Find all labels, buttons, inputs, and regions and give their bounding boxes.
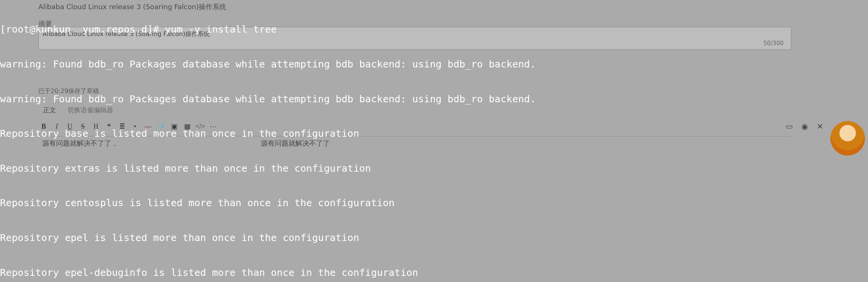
content-text-left: 源有问题就解决不了了， <box>42 139 118 148</box>
avatar[interactable] <box>830 121 865 156</box>
toolbar-divider <box>38 136 791 136</box>
table-icon[interactable]: ▦ <box>182 121 193 132</box>
strike-icon[interactable]: S <box>77 121 88 132</box>
editor-background: Alibaba Cloud Linux release 3 (Soaring F… <box>0 0 868 282</box>
heading-icon[interactable]: H <box>91 121 101 132</box>
editor-right-tools: ▭ ◉ ✕ <box>784 121 826 132</box>
content-text-right: 源有问题就解决不了了 <box>261 139 330 148</box>
editor-toolbar: B I U S H ❝ ≣ • — 🔗 ▣ ▦ </> ⋯ <box>38 121 560 132</box>
list-ul-icon[interactable]: • <box>130 121 140 132</box>
tab-main[interactable]: 正文 <box>38 103 61 117</box>
autosave-status: 已于20:29保存了草稿 <box>38 87 99 95</box>
tools-icon[interactable]: ✕ <box>814 121 826 132</box>
eye-icon[interactable]: ◉ <box>799 121 810 132</box>
link-icon[interactable]: 🔗 <box>156 121 166 132</box>
editor-switch-hint[interactable]: 切换语雀编辑器 <box>63 103 118 117</box>
more-icon[interactable]: ⋯ <box>208 121 219 132</box>
hr-icon[interactable]: — <box>143 121 153 132</box>
italic-icon[interactable]: I <box>51 121 62 132</box>
bold-icon[interactable]: B <box>38 121 49 132</box>
underline-icon[interactable]: U <box>64 121 75 132</box>
quote-icon[interactable]: ❝ <box>104 121 114 132</box>
image-icon[interactable]: ▣ <box>169 121 180 132</box>
summary-counter: 50/300 <box>763 40 784 47</box>
list-ol-icon[interactable]: ≣ <box>117 121 127 132</box>
summary-input-value: Alibaba Cloud Linux release 3 (Soaring F… <box>43 30 210 38</box>
summary-input[interactable]: Alibaba Cloud Linux release 3 (Soaring F… <box>38 27 791 50</box>
book-icon[interactable]: ▭ <box>784 121 795 132</box>
editor-tabs: 正文 切换语雀编辑器 <box>38 103 560 117</box>
code-icon[interactable]: </> <box>195 121 206 132</box>
os-title: Alibaba Cloud Linux release 3 (Soaring F… <box>38 2 226 11</box>
